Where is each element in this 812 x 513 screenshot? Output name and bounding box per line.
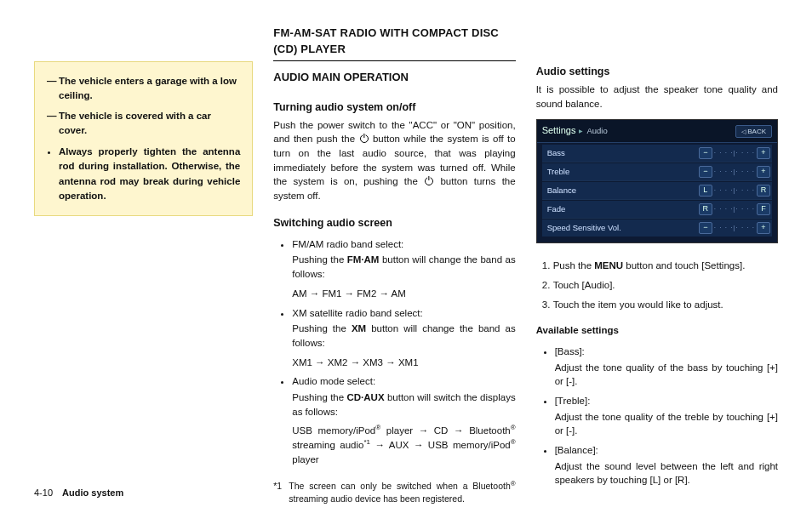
footnote: *1 The screen can only be switched when … <box>273 480 515 505</box>
slider-track: · · · ·|· · · · <box>714 148 755 158</box>
list-item-fmam: FM/AM radio band select: Pushing the FM·… <box>292 237 515 301</box>
row-label: Fade <box>547 203 566 215</box>
caution-item-cover: — The vehicle is covered with a car cove… <box>47 109 240 139</box>
screen-row: BalanceL· · · ·|· · · ·R <box>542 182 772 200</box>
instruction-step-2: Touch [Audio]. <box>553 278 778 293</box>
screen-header: Settings ▶ Audio ◁ BACK <box>537 120 777 143</box>
slider-track: · · · ·|· · · · <box>714 167 755 177</box>
list-item-audiomode: Audio mode select: Pushing the CD·AUX bu… <box>292 374 515 466</box>
column-2: FM-AM-SAT RADIO WITH COMPACT DISC (CD) P… <box>273 26 515 496</box>
caution-text: The vehicle enters a garage with a low c… <box>59 74 240 104</box>
slider-group: −· · · ·|· · · ·+ <box>699 222 770 234</box>
page: — The vehicle enters a garage with a low… <box>0 0 812 513</box>
screen-row: Bass−· · · ·|· · · ·+ <box>542 145 772 162</box>
row-label: Bass <box>547 147 565 159</box>
page-number: 4-10 <box>34 487 53 498</box>
screen-row: Treble−· · · ·|· · · ·+ <box>542 163 772 181</box>
decrease-button[interactable]: R <box>699 203 712 215</box>
list-item-xm: XM satellite radio band select: Pushing … <box>292 306 515 370</box>
section-heading: FM-AM-SAT RADIO WITH COMPACT DISC (CD) P… <box>273 26 515 61</box>
increase-button[interactable]: F <box>757 203 770 215</box>
column-3: Audio settings It is possible to adjust … <box>536 26 778 496</box>
slider-track: · · · ·|· · · · <box>714 185 755 196</box>
screen-breadcrumb: Audio <box>586 125 607 137</box>
slider-group: R· · · ·|· · · ·F <box>699 203 770 215</box>
section-name: Audio system <box>62 487 123 498</box>
setting-item-balance: [Balance]: Adjust the sound level betwee… <box>555 443 778 487</box>
slider-track: · · · ·|· · · · <box>714 223 755 233</box>
caution-text: The vehicle is covered with a car cover. <box>59 109 240 139</box>
screen-row: FadeR· · · ·|· · · ·F <box>542 201 772 219</box>
settings-screen: Settings ▶ Audio ◁ BACK Bass−· · · ·|· ·… <box>536 119 778 243</box>
row-label: Balance <box>547 185 576 197</box>
decrease-button[interactable]: − <box>699 147 712 159</box>
paragraph-turning: Push the power switch to the "ACC" or "O… <box>273 118 515 207</box>
paragraph-audio-settings: It is possible to adjust the speaker ton… <box>536 83 778 114</box>
decrease-button[interactable]: − <box>699 166 712 178</box>
instruction-step-3: Touch the item you would like to adjust. <box>553 298 778 312</box>
increase-button[interactable]: + <box>757 166 770 178</box>
row-label: Treble <box>547 166 570 178</box>
column-1: — The vehicle enters a garage with a low… <box>34 26 253 496</box>
increase-button[interactable]: + <box>757 222 770 234</box>
screen-rows: Bass−· · · ·|· · · ·+Treble−· · · ·|· · … <box>537 143 777 242</box>
decrease-button[interactable]: − <box>699 222 712 234</box>
switching-list: FM/AM radio band select: Pushing the FM·… <box>273 237 515 471</box>
instruction-step-1: Push the MENU button and touch [Settings… <box>553 259 778 273</box>
increase-button[interactable]: + <box>757 147 770 159</box>
power-icon <box>360 134 369 143</box>
heading-available-settings: Available settings <box>536 323 778 338</box>
slider-group: L· · · ·|· · · ·R <box>699 185 770 197</box>
caution-item-antenna: Always properly tighten the antenna rod … <box>59 145 240 203</box>
screen-row: Speed Sensitive Vol.−· · · ·|· · · ·+ <box>542 219 772 237</box>
subheading-audio-main: AUDIO MAIN OPERATION <box>273 70 515 86</box>
increase-button[interactable]: R <box>757 185 770 197</box>
breadcrumb-arrow-icon: ▶ <box>579 128 583 135</box>
power-icon <box>425 177 433 185</box>
instructions-list: Push the MENU button and touch [Settings… <box>536 259 778 316</box>
available-settings-list: [Bass]: Adjust the tone quality of the b… <box>536 345 778 493</box>
slider-track: · · · ·|· · · · <box>714 204 755 214</box>
setting-item-treble: [Treble]: Adjust the tone quality of the… <box>555 394 778 438</box>
row-label: Speed Sensitive Vol. <box>547 222 621 234</box>
heading-turning-onoff: Turning audio system on/off <box>273 100 515 115</box>
heading-audio-settings: Audio settings <box>536 64 778 79</box>
caution-box: — The vehicle enters a garage with a low… <box>34 61 253 216</box>
back-button[interactable]: ◁ BACK <box>735 125 772 139</box>
heading-switching-screen: Switching audio screen <box>273 215 515 231</box>
decrease-button[interactable]: L <box>699 185 712 197</box>
screen-title: Settings <box>542 124 576 138</box>
page-footer: 4-10 Audio system <box>34 487 123 498</box>
setting-item-bass: [Bass]: Adjust the tone quality of the b… <box>555 345 778 389</box>
slider-group: −· · · ·|· · · ·+ <box>699 147 770 159</box>
caution-item-garage: — The vehicle enters a garage with a low… <box>47 74 240 104</box>
slider-group: −· · · ·|· · · ·+ <box>699 166 770 178</box>
